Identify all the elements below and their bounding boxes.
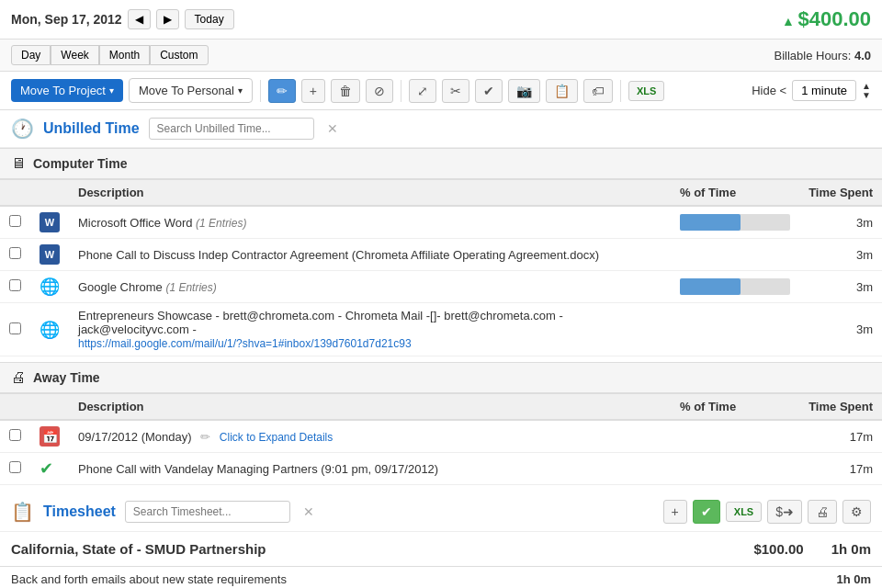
monitor-icon: 🖥 xyxy=(11,155,26,172)
unbilled-search-input[interactable] xyxy=(149,118,314,140)
row-percent xyxy=(671,303,799,356)
th-icon xyxy=(30,394,69,421)
th-description: Description xyxy=(69,180,671,207)
project-name: California, State of - SMUD Partnership xyxy=(11,541,266,557)
row-description: Microsoft Office Word (1 Entries) xyxy=(69,206,671,239)
ts-settings-button[interactable]: ⚙ xyxy=(842,500,871,524)
th-checkbox xyxy=(0,180,30,207)
toolbar-separator3 xyxy=(620,80,621,102)
ts-excel-button[interactable]: XLS xyxy=(726,502,762,522)
word-icon: W xyxy=(40,244,60,265)
email-link[interactable]: https://mail.google.com/mail/u/1/?shva=1… xyxy=(78,337,412,350)
resize-button[interactable]: ⤢ xyxy=(409,79,436,103)
edit-button[interactable]: ✏ xyxy=(268,79,296,103)
top-bar: Mon, Sep 17, 2012 ◀ ▶ Today ▲ $400.00 xyxy=(0,0,882,40)
top-right-summary: ▲ $400.00 xyxy=(782,7,871,31)
tab-month[interactable]: Month xyxy=(99,45,150,65)
th-time-spent: Time Spent xyxy=(799,394,882,421)
time-spent: 17m xyxy=(799,453,882,485)
unbilled-search-clear[interactable]: ✕ xyxy=(327,121,338,136)
time-spent: 3m xyxy=(799,239,882,271)
timesheet-icon: 📋 xyxy=(11,501,34,523)
expand-details-link[interactable]: Click to Expand Details xyxy=(220,431,333,444)
clipboard-button[interactable]: 📋 xyxy=(546,79,578,103)
hide-label: Hide < xyxy=(752,84,786,97)
row-description: 09/17/2012 (Monday) ✏ Click to Expand De… xyxy=(69,420,671,453)
th-description: Description xyxy=(69,394,671,421)
check-icon: ✔ xyxy=(40,459,53,478)
hide-input[interactable] xyxy=(792,80,856,101)
away-time-label: Away Time xyxy=(33,370,100,385)
project-meta: $100.00 1h 0m xyxy=(753,541,871,557)
block-button[interactable]: ⊘ xyxy=(366,79,393,103)
entry-description: Back and forth emails about new state re… xyxy=(11,572,287,586)
project-total-time: 1h 0m xyxy=(831,541,871,557)
tab-custom[interactable]: Custom xyxy=(150,45,208,65)
ts-dollar-button[interactable]: $➜ xyxy=(767,500,802,524)
computer-time-header: 🖥 Computer Time xyxy=(0,148,882,179)
chrome-icon: 🌐 xyxy=(40,277,60,297)
trim-button[interactable]: ✂ xyxy=(442,79,469,103)
money-triangle: ▲ xyxy=(782,14,795,28)
tag-button[interactable]: 🏷 xyxy=(583,79,613,103)
money-amount: ▲ $400.00 xyxy=(782,7,871,31)
move-to-personal-button[interactable]: Move To Personal ▾ xyxy=(129,78,253,103)
excel-button[interactable]: XLS xyxy=(628,81,664,101)
row-description: Entrepreneurs Showcase - brett@chrometa.… xyxy=(69,303,671,356)
unbilled-time-header: 🕐 Unbilled Time ✕ xyxy=(0,110,882,148)
ts-print-button[interactable]: 🖨 xyxy=(808,500,837,524)
timesheet-search-clear[interactable]: ✕ xyxy=(303,504,314,519)
time-spent: 17m xyxy=(799,420,882,453)
table-row: ✔ Phone Call with Vandelay Managing Part… xyxy=(0,453,882,485)
view-tabs: Day Week Month Custom xyxy=(11,45,209,65)
dropdown-arrow-icon2: ▾ xyxy=(238,85,243,96)
row-description: Phone Call with Vandelay Managing Partne… xyxy=(69,453,671,485)
calendar-icon: 📅 xyxy=(40,426,60,447)
project-amount: $100.00 xyxy=(753,541,803,557)
today-button[interactable]: Today xyxy=(185,9,234,29)
next-button[interactable]: ▶ xyxy=(156,9,179,29)
clock-icon: 🕐 xyxy=(11,118,34,140)
toolbar-separator xyxy=(260,80,261,102)
ts-approve-button[interactable]: ✔ xyxy=(693,500,720,524)
th-checkbox xyxy=(0,394,30,421)
computer-time-table: Description % of Time Time Spent W Micro… xyxy=(0,179,882,356)
row-checkbox[interactable] xyxy=(9,461,21,473)
stepper-down-icon[interactable]: ▼ xyxy=(862,91,871,100)
row-checkbox[interactable] xyxy=(9,279,21,291)
stepper-up-icon[interactable]: ▲ xyxy=(862,82,871,91)
date-navigation: Mon, Sep 17, 2012 ◀ ▶ Today xyxy=(11,9,234,29)
timesheet-header: 📋 Timesheet ✕ + ✔ XLS $➜ 🖨 ⚙ xyxy=(0,492,882,532)
move-to-project-button[interactable]: Move To Project ▾ xyxy=(11,79,123,102)
delete-button[interactable]: 🗑 xyxy=(331,79,360,103)
time-spent: 3m xyxy=(799,271,882,303)
row-percent xyxy=(671,239,799,271)
unbilled-time-title: Unbilled Time xyxy=(43,120,140,137)
word-icon: W xyxy=(40,212,60,232)
th-percent: % of Time xyxy=(671,394,799,421)
table-row: W Phone Call to Discuss Indep Contractor… xyxy=(0,239,882,271)
progress-bar xyxy=(680,214,790,231)
prev-button[interactable]: ◀ xyxy=(128,9,151,29)
row-percent xyxy=(671,420,799,453)
row-checkbox[interactable] xyxy=(9,429,21,441)
camera-button[interactable]: 📷 xyxy=(508,79,540,103)
time-spent: 3m xyxy=(799,206,882,239)
project-row: California, State of - SMUD Partnership … xyxy=(0,532,882,567)
progress-bar xyxy=(680,278,790,295)
current-date: Mon, Sep 17, 2012 xyxy=(11,12,122,27)
check-button[interactable]: ✔ xyxy=(475,79,503,103)
hide-stepper[interactable]: ▲ ▼ xyxy=(862,82,871,100)
timesheet-search-input[interactable] xyxy=(125,501,290,523)
away-icon: 🖨 xyxy=(11,369,26,386)
hide-controls: Hide < ▲ ▼ xyxy=(752,80,871,101)
tab-week[interactable]: Week xyxy=(51,45,98,65)
add-button[interactable]: + xyxy=(301,79,325,103)
row-checkbox[interactable] xyxy=(9,322,21,334)
tab-day[interactable]: Day xyxy=(11,45,51,65)
ts-add-button[interactable]: + xyxy=(663,500,687,524)
dropdown-arrow-icon: ▾ xyxy=(109,85,114,96)
row-checkbox[interactable] xyxy=(9,247,21,259)
timesheet-toolbar: + ✔ XLS $➜ 🖨 ⚙ xyxy=(663,500,871,524)
row-checkbox[interactable] xyxy=(9,215,21,227)
